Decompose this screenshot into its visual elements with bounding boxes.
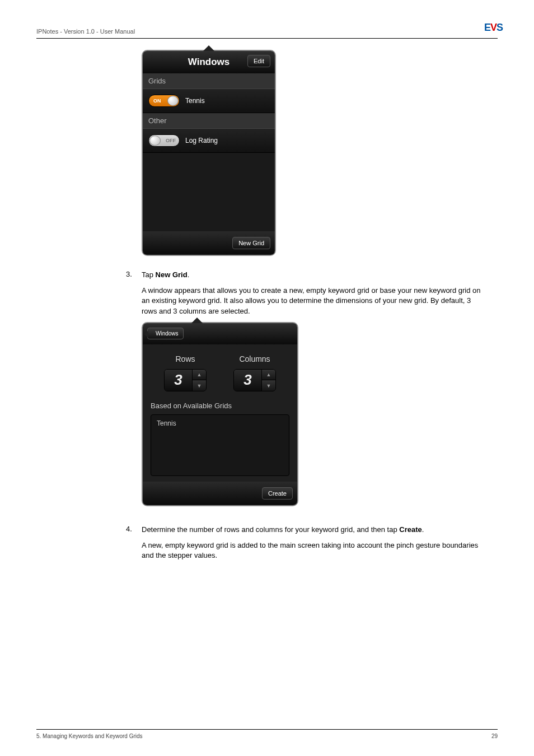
rows-value: 3 xyxy=(165,370,193,391)
grid-row-tennis: ON Tennis xyxy=(143,88,275,113)
rows-down-icon[interactable]: ▼ xyxy=(193,380,206,391)
lograting-label: Log Rating xyxy=(185,137,218,144)
section-other-label: Other xyxy=(143,113,275,128)
based-on-label: Based on Available Grids xyxy=(151,402,289,410)
step3-text-post: . xyxy=(188,270,190,279)
svg-text:S: S xyxy=(496,22,503,33)
tennis-toggle[interactable]: ON xyxy=(148,95,180,107)
cols-down-icon[interactable]: ▼ xyxy=(262,380,275,391)
toggle-off-label: OFF xyxy=(166,138,176,143)
columns-label: Columns xyxy=(233,354,276,363)
toggle-knob-icon xyxy=(149,136,161,146)
step3-text-pre: Tap xyxy=(142,270,156,279)
footer-section: 5. Managing Keywords and Keyword Grids xyxy=(36,733,143,739)
popover-title: Windows xyxy=(188,57,229,68)
tennis-label: Tennis xyxy=(185,97,205,105)
popover-arrow-icon xyxy=(191,318,203,323)
rows-stepper[interactable]: 3 ▲ ▼ xyxy=(164,369,207,391)
step4-text-bold: Create xyxy=(399,525,421,534)
new-grid-button[interactable]: New Grid xyxy=(232,237,270,249)
step4-text-pre: Determine the number of rows and columns… xyxy=(142,525,399,534)
cols-up-icon[interactable]: ▲ xyxy=(262,370,275,381)
step3-text-bold: New Grid xyxy=(156,270,188,279)
section-grids-label: Grids xyxy=(143,73,275,88)
grid-list-item-tennis[interactable]: Tennis xyxy=(157,419,283,427)
doc-header: IPNotes - Version 1.0 - User Manual xyxy=(36,28,498,39)
step4-text-post: . xyxy=(422,525,424,534)
popover-arrow-icon xyxy=(203,45,214,51)
create-button[interactable]: Create xyxy=(262,487,293,500)
edit-button[interactable]: Edit xyxy=(247,55,270,67)
rows-label: Rows xyxy=(164,354,207,363)
footer-page-number: 29 xyxy=(491,733,498,739)
new-grid-popover: Windows Rows 3 ▲ ▼ xyxy=(142,322,298,506)
step4-paragraph: A new, empty keyword grid is added to th… xyxy=(142,540,486,561)
evs-logo: E V S xyxy=(484,21,503,34)
step-number: 4. xyxy=(126,525,142,567)
toggle-knob-icon xyxy=(167,96,179,106)
columns-stepper[interactable]: 3 ▲ ▼ xyxy=(233,369,276,391)
lograting-toggle[interactable]: OFF xyxy=(148,134,180,147)
back-windows-button[interactable]: Windows xyxy=(147,328,184,339)
columns-value: 3 xyxy=(234,370,262,391)
available-grids-list: Tennis xyxy=(151,414,289,476)
step3-paragraph: A window appears that allows you to crea… xyxy=(142,286,486,316)
rows-up-icon[interactable]: ▲ xyxy=(193,370,206,381)
toggle-on-label: ON xyxy=(153,98,161,104)
other-row-lograting: OFF Log Rating xyxy=(143,128,275,153)
step-number: 3. xyxy=(126,270,142,520)
windows-popover: Windows Edit Grids ON Tennis Other OFF xyxy=(142,50,276,256)
